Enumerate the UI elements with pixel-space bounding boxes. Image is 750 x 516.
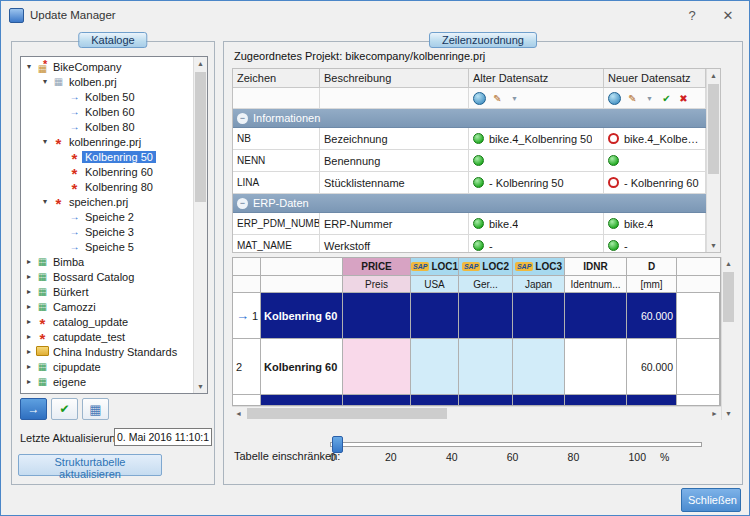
chevron-collapsed-icon[interactable] bbox=[23, 362, 35, 371]
scroll-left-icon[interactable]: ◄ bbox=[232, 407, 245, 420]
new-value-cell[interactable]: - bbox=[604, 235, 706, 252]
scroll-up-icon[interactable]: ▲ bbox=[722, 257, 735, 270]
section-informationen[interactable]: − Informationen bbox=[233, 109, 706, 128]
filter-icon[interactable] bbox=[642, 91, 657, 106]
collapse-section-icon[interactable]: − bbox=[237, 198, 248, 209]
tree-item-kolbenring-60[interactable]: Kolbenring 60 bbox=[21, 164, 193, 179]
last-update-field[interactable] bbox=[114, 428, 212, 446]
filter-icon[interactable] bbox=[507, 91, 522, 106]
chevron-collapsed-icon[interactable] bbox=[23, 272, 35, 281]
tree-item-speiche-5[interactable]: Speiche 5 bbox=[21, 239, 193, 254]
mapping-scrollbar[interactable]: ▲ ▼ bbox=[706, 69, 720, 252]
tree-item-kolbenring-50[interactable]: Kolbenring 50 bbox=[21, 149, 193, 164]
scrollbar-thumb[interactable] bbox=[247, 408, 447, 419]
table-view-button[interactable]: ▦ bbox=[82, 398, 109, 420]
tree-item-cipupdate[interactable]: cipupdate bbox=[21, 359, 193, 374]
tree-item-bikecompany[interactable]: BikeCompany bbox=[21, 59, 193, 74]
changed-star-icon bbox=[35, 317, 50, 327]
new-value-cell[interactable]: bike.4_Kolbenring 60 bbox=[604, 128, 706, 149]
transfer-button[interactable]: → bbox=[20, 398, 47, 420]
tree-item-kolbenringe-prj[interactable]: kolbenringe.prj bbox=[21, 134, 193, 149]
old-value-cell[interactable]: bike.4 bbox=[469, 213, 604, 234]
idnr-cell bbox=[565, 293, 627, 338]
tree-item-kolben-50[interactable]: Kolben 50 bbox=[21, 89, 193, 104]
new-value-cell[interactable] bbox=[604, 150, 706, 171]
scroll-up-icon[interactable]: ▲ bbox=[707, 69, 720, 82]
table-row-partial[interactable]: 3 bbox=[233, 395, 720, 406]
tree-item-speiche-3[interactable]: Speiche 3 bbox=[21, 224, 193, 239]
scrollbar-track[interactable] bbox=[194, 70, 207, 380]
slider-track[interactable] bbox=[330, 442, 702, 447]
scroll-right-icon[interactable]: ► bbox=[708, 407, 721, 420]
accept-icon[interactable] bbox=[659, 91, 674, 106]
mapping-row-erp-pdm-number[interactable]: ERP_PDM_NUMBER ERP-Nummer bike.4 bike.4 bbox=[233, 213, 706, 235]
help-button[interactable]: ? bbox=[677, 8, 707, 23]
tree-item-catupdate-test[interactable]: catupdate_test bbox=[21, 329, 193, 344]
scrollbar-track[interactable] bbox=[722, 270, 735, 407]
old-value-cell[interactable]: - bbox=[469, 235, 604, 252]
old-value-cell[interactable]: - Kolbenring 50 bbox=[469, 172, 604, 193]
mapping-row-nb[interactable]: NB Bezeichnung bike.4_Kolbenring 50 bike… bbox=[233, 128, 706, 150]
collapse-section-icon[interactable]: − bbox=[237, 113, 248, 124]
tree-item-kolben-80[interactable]: Kolben 80 bbox=[21, 119, 193, 134]
accept-button[interactable]: ✔ bbox=[51, 398, 78, 420]
part-arrow-icon bbox=[67, 212, 82, 222]
update-structure-table-button[interactable]: Strukturtabelle aktualisieren bbox=[18, 454, 162, 476]
scrollbar-track[interactable] bbox=[707, 82, 720, 239]
chevron-expanded-icon[interactable] bbox=[39, 77, 51, 86]
reject-icon[interactable] bbox=[676, 91, 691, 106]
chevron-collapsed-icon[interactable] bbox=[23, 302, 35, 311]
chevron-collapsed-icon[interactable] bbox=[23, 317, 35, 326]
edit-icon[interactable] bbox=[490, 91, 505, 106]
scroll-down-icon[interactable]: ▼ bbox=[194, 380, 207, 393]
chevron-collapsed-icon[interactable] bbox=[23, 332, 35, 341]
tree-item-bimba[interactable]: Bimba bbox=[21, 254, 193, 269]
new-value-cell[interactable]: - Kolbenring 60 bbox=[604, 172, 706, 193]
tree-item-catalog-update[interactable]: catalog_update bbox=[21, 314, 193, 329]
chevron-collapsed-icon[interactable] bbox=[23, 257, 35, 266]
chevron-expanded-icon[interactable] bbox=[39, 197, 51, 206]
old-value-cell[interactable]: bike.4_Kolbenring 50 bbox=[469, 128, 604, 149]
table-row-selected[interactable]: →1 Kolbenring 60 60.000 bbox=[233, 293, 720, 339]
scrollbar-track[interactable] bbox=[245, 407, 708, 420]
scrollbar-thumb[interactable] bbox=[195, 72, 206, 202]
chevron-collapsed-icon[interactable] bbox=[23, 377, 35, 386]
table-row[interactable]: 2 Kolbenring 60 60.000 bbox=[233, 339, 720, 395]
tree-item-kolbenring-80[interactable]: Kolbenring 80 bbox=[21, 179, 193, 194]
close-button[interactable]: Schließen bbox=[681, 488, 741, 512]
scrollbar-thumb[interactable] bbox=[723, 272, 734, 322]
tree-scrollbar[interactable]: ▲ ▼ bbox=[193, 57, 207, 393]
chevron-collapsed-icon[interactable] bbox=[23, 347, 35, 356]
new-value-cell[interactable]: bike.4 bbox=[604, 213, 706, 234]
scroll-down-icon[interactable]: ▼ bbox=[707, 239, 720, 252]
tree-item-buerkert[interactable]: Bürkert bbox=[21, 284, 193, 299]
scroll-up-icon[interactable]: ▲ bbox=[194, 57, 207, 70]
table-v-scrollbar[interactable]: ▲ ▼ bbox=[721, 257, 735, 420]
close-window-button[interactable]: ✕ bbox=[713, 8, 743, 23]
tree-item-speiche-2[interactable]: Speiche 2 bbox=[21, 209, 193, 224]
tree-item-camozzi[interactable]: Camozzi bbox=[21, 299, 193, 314]
restrict-slider[interactable] bbox=[330, 436, 702, 451]
tree-item-china-standards[interactable]: China Industry Standards bbox=[21, 344, 193, 359]
old-value-cell[interactable] bbox=[469, 150, 604, 171]
mapping-row-lina[interactable]: LINA Stücklistenname - Kolbenring 50 - K… bbox=[233, 172, 706, 194]
globe-icon[interactable] bbox=[473, 92, 486, 105]
scrollbar-thumb[interactable] bbox=[708, 84, 719, 174]
scroll-down-icon[interactable]: ▼ bbox=[722, 407, 735, 420]
globe-icon[interactable] bbox=[608, 92, 621, 105]
chevron-expanded-icon[interactable] bbox=[23, 62, 35, 71]
table-h-scrollbar[interactable]: ◄ ► bbox=[232, 406, 721, 420]
tree-item-speichen-prj[interactable]: speichen.prj bbox=[21, 194, 193, 209]
tree-item-eigene[interactable]: eigene bbox=[21, 374, 193, 389]
section-erp-daten[interactable]: − ERP-Daten bbox=[233, 194, 706, 213]
tree-item-kolben-60[interactable]: Kolben 60 bbox=[21, 104, 193, 119]
tree-item-kolben-prj[interactable]: kolben.prj bbox=[21, 74, 193, 89]
edit-icon[interactable] bbox=[625, 91, 640, 106]
chevron-expanded-icon[interactable] bbox=[39, 137, 51, 146]
chevron-collapsed-icon[interactable] bbox=[23, 287, 35, 296]
mapping-row-nenn[interactable]: NENN Benennung bbox=[233, 150, 706, 172]
tree-item-label: Speiche 3 bbox=[82, 226, 137, 238]
tree-item-bossard[interactable]: Bossard Catalog bbox=[21, 269, 193, 284]
mapping-row-mat-name[interactable]: MAT_NAME Werkstoff - - bbox=[233, 235, 706, 252]
idnr-cell bbox=[565, 339, 627, 394]
